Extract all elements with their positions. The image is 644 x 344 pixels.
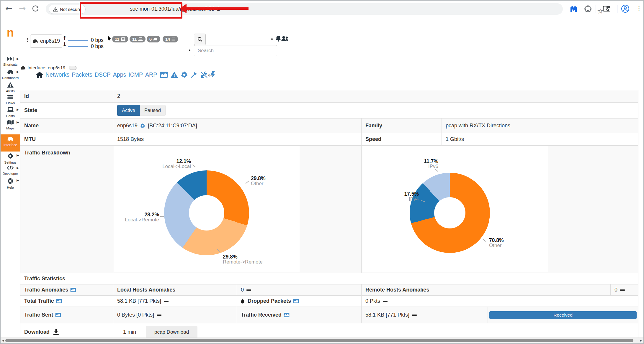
browser-menu-icon[interactable]: ⋮ [636, 5, 642, 12]
sidebar-label: Settings [1, 161, 20, 164]
laptop-icon [7, 107, 14, 112]
active-button[interactable]: Active [117, 105, 140, 116]
gear-icon[interactable] [140, 123, 145, 128]
nav-link-packets[interactable]: Packets [72, 71, 92, 78]
stable-trend-icon [383, 301, 388, 302]
local-hosts-anomalies-label: Local Hosts Anomalies [113, 284, 237, 296]
nav-link-apps[interactable]: Apps [113, 71, 126, 78]
mtu-label: MTU [20, 133, 113, 146]
state-label: State [20, 103, 113, 118]
chevron-right-icon: ▶ [17, 70, 19, 73]
droplet-icon [241, 299, 244, 304]
stable-trend-icon [164, 301, 169, 302]
chart-area-icon[interactable] [55, 313, 61, 317]
no-tools-icon[interactable] [200, 71, 208, 78]
alert-triangle-icon [7, 82, 14, 88]
sidebar-item-maps[interactable]: ▶ Maps [1, 120, 20, 130]
id-value: 2 [113, 90, 638, 103]
interface-details-table: Id 2 State ActivePaused Name enp6s19 [BC… [20, 90, 638, 341]
notifications-bell-icon[interactable] [275, 35, 281, 43]
donut-callout: 29.8%Other [251, 176, 266, 186]
malwarebytes-extension-icon[interactable] [570, 5, 578, 14]
nav-link-arp[interactable]: ARP [145, 71, 157, 78]
sidebar: n ▶ Shortcuts ▶ Dashboard Alerts Flows ▶… [1, 18, 20, 338]
alert-triangle-icon[interactable] [171, 72, 178, 78]
chart-area-icon[interactable] [293, 299, 299, 303]
url-bar[interactable]: Not secure soc-mon-01:3001/lua/if_stats.… [46, 3, 563, 15]
family-value: pcap with RX/TX Directions [442, 118, 638, 133]
code-icon [7, 166, 14, 170]
chevron-right-icon: ▶ [17, 179, 19, 182]
download-arrow-icon: ↓ [62, 41, 67, 47]
interface-selector[interactable]: enp6s19 [30, 34, 62, 48]
table-row-traffic-sent: Traffic Sent 0 Bytes [0 Pkts] Traffic Re… [20, 307, 638, 323]
ethernet-icon [32, 39, 38, 43]
sidebar-label: Developer [1, 172, 20, 175]
search-input[interactable] [194, 45, 277, 56]
kebab-menu-icon[interactable]: ⋮ [25, 37, 30, 43]
scroll-right-arrow[interactable]: ► [640, 339, 643, 343]
chart-area-icon[interactable] [284, 313, 290, 317]
upload-arrow-icon: ↑ [62, 35, 67, 41]
donut-callout: 70.8%Other [489, 238, 504, 248]
sidebar-label: Maps [1, 126, 20, 130]
sidebar-item-developer[interactable]: ▶ Developer [1, 166, 20, 175]
sidebar-item-help[interactable]: ▶ Help [1, 178, 20, 189]
paused-button[interactable]: Paused [140, 105, 166, 116]
traffic-received-value: 58.1 KB [771 Pkts] [362, 307, 488, 323]
browser-reload-button[interactable] [32, 5, 39, 13]
home-icon[interactable] [36, 72, 43, 78]
flows-list-icon [171, 37, 175, 41]
donut-callout: 17.5%IPv4 [404, 191, 419, 202]
wrench-icon[interactable] [191, 71, 197, 78]
nav-link-icmp[interactable]: ICMP [128, 71, 143, 78]
chart-area-icon[interactable] [70, 288, 76, 292]
table-row-state: State ActivePaused [20, 103, 638, 118]
state-value-cell: ActivePaused [113, 103, 638, 118]
upload-rate: 0 bps [91, 37, 104, 43]
table-row-mtu: MTU 1518 Bytes Speed 1 Gbit/s [20, 133, 638, 146]
ntopng-logo[interactable]: n [1, 27, 20, 38]
browser-back-button[interactable]: ← [5, 4, 12, 13]
sidebar-item-flows[interactable]: Flows [1, 95, 20, 105]
scrollbar-thumb[interactable] [5, 339, 633, 342]
donut-callout: 12.1%Local->Local [162, 159, 191, 169]
users-icon[interactable] [281, 36, 289, 43]
tab-search-icon[interactable] [603, 5, 611, 14]
nav-back-arrow[interactable]: ← [208, 71, 213, 79]
sidebar-item-dashboard[interactable]: ▶ Dashboard [1, 70, 20, 80]
sidebar-item-settings[interactable]: ▶ Settings [1, 153, 20, 164]
mouse-cursor [107, 35, 112, 42]
chevron-right-icon: ▶ [17, 57, 19, 60]
received-bar-cell: Received [488, 307, 638, 323]
donut-ring [164, 170, 249, 255]
gear-icon[interactable] [181, 71, 188, 78]
profile-avatar-icon[interactable] [621, 4, 630, 14]
browser-forward-button[interactable]: → [19, 4, 26, 13]
text-caret [67, 66, 67, 70]
sidebar-item-interface-active[interactable]: Interface [1, 134, 20, 152]
sidebar-item-hosts[interactable]: ▶ Hosts [1, 107, 20, 118]
table-row-id: Id 2 [20, 90, 638, 103]
nav-link-networks[interactable]: Networks [45, 71, 69, 78]
extensions-puzzle-icon[interactable] [584, 5, 592, 14]
sidebar-item-shortcuts[interactable]: ▶ Shortcuts [1, 57, 20, 66]
shortcuts-icon [7, 57, 14, 61]
badge-remote-hosts[interactable]: 11 [130, 36, 146, 42]
download-icon[interactable] [53, 329, 59, 335]
nav-link-dscp[interactable]: DSCP [95, 71, 111, 78]
pcap-download-button[interactable]: pcap Download [146, 326, 197, 338]
chart-area-icon[interactable] [160, 72, 168, 78]
sidebar-item-alerts[interactable]: Alerts [1, 82, 20, 93]
remote-hosts-anomalies-label: Remote Hosts Anomalies [362, 284, 611, 296]
not-secure-chip[interactable]: Not secure [49, 5, 86, 14]
table-row-anomalies: Traffic Anomalies Local Hosts Anomalies … [20, 284, 638, 296]
badge-flows[interactable]: 14 [163, 36, 178, 42]
chart-area-icon[interactable] [56, 299, 62, 303]
badge-devices[interactable]: 6 [147, 36, 160, 42]
local-hosts-anomalies-value: 0 [237, 284, 362, 296]
badge-local-hosts[interactable]: 11 [112, 36, 128, 42]
search-button[interactable] [194, 34, 206, 45]
collapsed-toggle[interactable] [69, 66, 76, 70]
scroll-left-arrow[interactable]: ◄ [1, 339, 4, 343]
